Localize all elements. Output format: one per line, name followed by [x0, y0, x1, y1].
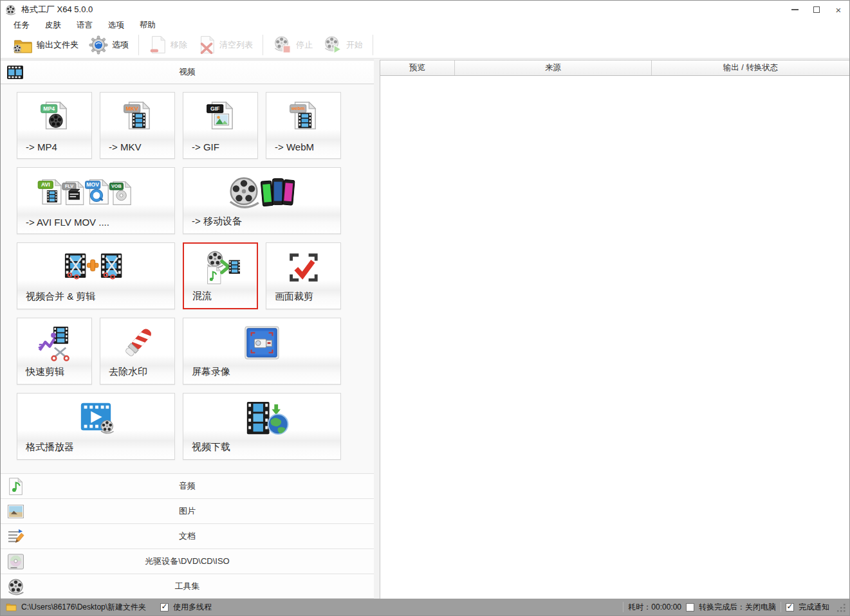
tile-format-player[interactable]: 格式播放器	[17, 393, 175, 460]
stop-button[interactable]: 停止	[268, 34, 318, 56]
tile-screen-record[interactable]: 屏幕录像	[183, 318, 341, 385]
menu-help[interactable]: 帮助	[132, 19, 163, 32]
tile-grid: MP4 -> MP4 MKV -> MKV	[1, 84, 374, 473]
tile-mux[interactable]: 混流	[183, 242, 258, 309]
category-video-header[interactable]: 视频	[1, 60, 374, 84]
tile-video-join-clip[interactable]: 视频合并 & 剪辑	[17, 242, 175, 309]
picture-category-icon	[7, 503, 24, 520]
mobile-device-icon	[210, 175, 313, 211]
file-list-header: 预览 来源 输出 / 转换状态	[380, 60, 849, 76]
svg-text:MKV: MKV	[125, 105, 138, 112]
elapsed-time: 耗时：00:00:00	[628, 602, 681, 613]
multithread-checkbox[interactable]	[160, 603, 169, 611]
close-button[interactable]: ×	[827, 1, 849, 19]
shutdown-label: 转换完成后：关闭电脑	[699, 602, 776, 613]
app-logo-icon	[5, 5, 16, 15]
tile-to-mkv[interactable]: MKV -> MKV	[100, 92, 175, 159]
file-list-body[interactable]	[380, 76, 849, 599]
resize-grip-icon[interactable]	[836, 603, 846, 613]
tile-to-mp4[interactable]: MP4 -> MP4	[17, 92, 92, 159]
maximize-button[interactable]	[806, 1, 827, 19]
crop-check-icon	[284, 250, 324, 286]
column-source: 来源	[455, 60, 652, 75]
mux-icon	[201, 250, 241, 286]
output-path[interactable]: C:\Users\86176\Desktop\新建文件夹	[21, 602, 146, 613]
window-controls: ×	[784, 1, 849, 19]
svg-text:FLV: FLV	[65, 183, 73, 189]
start-icon	[323, 35, 342, 55]
options-button[interactable]: 选项	[84, 34, 134, 56]
category-list: 音频 图片	[1, 473, 374, 599]
tile-fast-clip[interactable]: 快速剪辑	[17, 318, 92, 385]
window-title: 格式工厂 X64 5.0.0	[21, 4, 93, 15]
column-output-status: 输出 / 转换状态	[652, 60, 849, 75]
output-folder-small-icon[interactable]	[6, 602, 17, 611]
video-join-clip-icon	[44, 250, 147, 286]
disc-category-icon	[7, 553, 24, 570]
gif-file-icon: GIF	[201, 100, 241, 136]
app-window: 格式工厂 X64 5.0.0 × 任务 皮肤 语言 选项 帮助 输出文件夹	[0, 0, 850, 616]
main-area: 视频 MP4 -> MP4 M	[1, 59, 849, 599]
clear-list-button[interactable]: 清空列表	[192, 34, 258, 56]
mp4-file-icon: MP4	[35, 100, 75, 136]
category-audio[interactable]: 音频	[1, 473, 374, 498]
toolbar-separator	[138, 35, 139, 55]
menu-language[interactable]: 语言	[69, 19, 100, 32]
fast-clip-icon	[35, 325, 75, 361]
file-list-panel: 预览 来源 输出 / 转换状态	[380, 60, 849, 599]
stop-icon	[273, 35, 292, 55]
svg-text:MP4: MP4	[43, 105, 55, 112]
remove-icon	[149, 35, 167, 55]
webm-file-icon: webm	[284, 100, 324, 136]
svg-text:webm: webm	[291, 105, 304, 111]
tile-to-avi-flv-mov[interactable]: AVI FLV MOV	[17, 167, 175, 234]
statusbar-separator	[623, 602, 624, 612]
mkv-file-icon: MKV	[118, 100, 158, 136]
svg-text:MOV: MOV	[86, 181, 99, 188]
format-player-icon	[44, 401, 147, 437]
start-button[interactable]: 开始	[318, 34, 368, 56]
menu-options[interactable]: 选项	[100, 19, 132, 32]
shutdown-checkbox[interactable]	[686, 603, 694, 611]
audio-category-icon	[7, 478, 24, 495]
toolbar-separator	[263, 35, 263, 55]
menu-skin[interactable]: 皮肤	[37, 19, 69, 32]
tile-to-mobile-device[interactable]: -> 移动设备	[183, 167, 341, 234]
avi-flv-mov-vob-files-icon: AVI FLV MOV	[28, 176, 163, 212]
tile-video-download[interactable]: 视频下载	[183, 393, 341, 460]
category-panel: 视频 MP4 -> MP4 M	[1, 60, 374, 599]
statusbar-separator	[781, 602, 781, 612]
minimize-button[interactable]	[784, 1, 806, 19]
category-toolset[interactable]: 工具集	[1, 574, 374, 599]
video-download-icon	[210, 401, 313, 437]
eraser-icon	[118, 325, 158, 361]
toolbar-separator	[373, 35, 373, 55]
svg-text:VOB: VOB	[111, 183, 122, 189]
category-disc[interactable]: 光驱设备\DVD\CD\ISO	[1, 548, 374, 574]
svg-text:AVI: AVI	[41, 181, 50, 188]
tile-remove-watermark[interactable]: 去除水印	[100, 318, 175, 385]
tile-to-gif[interactable]: GIF -> GIF	[183, 92, 258, 159]
tile-to-webm[interactable]: webm -> WebM	[266, 92, 341, 159]
status-bar: C:\Users\86176\Desktop\新建文件夹 使用多线程 耗时：00…	[1, 599, 849, 615]
menu-bar: 任务 皮肤 语言 选项 帮助	[1, 19, 849, 32]
svg-text:GIF: GIF	[210, 105, 219, 112]
output-folder-button[interactable]: 输出文件夹	[7, 35, 84, 55]
video-category-label: 视频	[179, 66, 196, 78]
clear-list-icon	[198, 35, 216, 55]
notify-label: 完成通知	[799, 602, 829, 613]
multithread-label: 使用多线程	[173, 602, 212, 613]
video-category-icon	[6, 64, 24, 81]
document-category-icon	[7, 528, 24, 545]
tile-crop[interactable]: 画面裁剪	[266, 242, 341, 309]
gear-icon	[89, 35, 108, 55]
category-document[interactable]: 文档	[1, 523, 374, 548]
screen-record-icon	[210, 325, 313, 361]
menu-task[interactable]: 任务	[6, 19, 37, 32]
column-preview: 预览	[380, 60, 455, 75]
notify-checkbox[interactable]	[786, 603, 794, 611]
category-picture[interactable]: 图片	[1, 498, 374, 523]
toolbar: 输出文件夹 选项 移除	[1, 32, 849, 59]
remove-button[interactable]: 移除	[143, 34, 192, 56]
title-bar: 格式工厂 X64 5.0.0 ×	[1, 1, 849, 19]
